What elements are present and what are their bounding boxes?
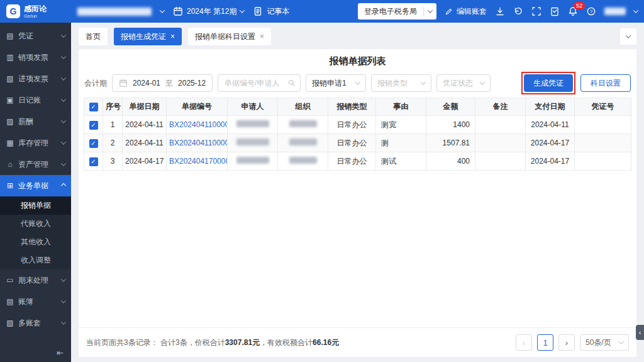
header-pay-date: 支付日期 <box>526 98 575 116</box>
table-header-row: ✓ 序号 单据日期 单据编号 申请人 组织 报销类型 事由 金额 备注 支付日期… <box>84 98 631 116</box>
cell-pay-date: 2024-04-17 <box>526 152 575 171</box>
sidebar-item-voucher[interactable]: ▤ 凭证 <box>0 25 71 47</box>
sidebar-footer: ⇤ <box>0 343 71 362</box>
generate-voucher-button[interactable]: 生成凭证 <box>524 74 573 92</box>
panel-collapse-handle[interactable]: ‹ <box>636 325 644 340</box>
chevron-down-icon <box>626 33 631 38</box>
sidebar-subitem-income-adjust[interactable]: 收入调整 <box>0 251 71 269</box>
notifications-button[interactable]: 52 <box>568 6 578 16</box>
prev-page-button[interactable]: ‹ <box>516 334 532 351</box>
chevron-down-icon <box>61 298 66 303</box>
chevron-down-icon[interactable] <box>424 9 436 13</box>
sidebar-item-business-docs[interactable]: ⊞ 业务单据 <box>0 175 71 196</box>
chevron-down-icon <box>61 161 66 166</box>
chevron-down-icon <box>61 276 66 281</box>
total-amount: 3307.81元 <box>225 338 260 347</box>
cell-amount: 400 <box>426 152 475 171</box>
subject-settings-button[interactable]: 科目设置 <box>580 74 631 92</box>
header-applicant: 申请人 <box>228 98 278 116</box>
sidebar-collapse-icon[interactable]: ⇤ <box>57 348 64 358</box>
sidebar-item-asset[interactable]: ⌂ 资产管理 <box>0 154 71 175</box>
logo-icon: G <box>6 4 20 18</box>
company-name-redacted[interactable] <box>77 8 152 16</box>
cell-doc-date: 2024-04-11 <box>123 116 167 134</box>
fullscreen-scan-icon[interactable] <box>531 6 541 16</box>
cell-reason: 测 <box>376 134 426 152</box>
sidebar-item-sales-invoice[interactable]: ▥ 销项发票 <box>0 47 71 68</box>
cell-amount: 1400 <box>426 116 475 134</box>
sidebar-item-ledger[interactable]: ▤ 账簿 <box>0 291 71 312</box>
red-annotation-box: 生成凭证 <box>524 74 573 92</box>
applicant-redacted <box>236 120 269 127</box>
edit-account-button[interactable]: 编辑账套 <box>445 6 487 17</box>
sales-invoice-icon: ▥ <box>6 53 14 62</box>
row-checkbox[interactable]: ✓ <box>89 121 98 130</box>
header-voucher-no: 凭证号 <box>575 98 631 116</box>
total-tax: 66.16元 <box>313 338 339 347</box>
chevron-down-icon <box>240 8 245 13</box>
period-from-value[interactable]: 2024-01 <box>133 79 160 88</box>
chevron-up-icon <box>61 183 66 188</box>
sidebar-item-cash-journal[interactable]: ▣ 日记账 <box>0 89 71 111</box>
tax-bureau-login-button[interactable]: 登录电子税务局 <box>358 3 436 20</box>
edit-icon <box>445 8 453 16</box>
sidebar-item-inventory[interactable]: ▦ 库存管理 <box>0 132 71 154</box>
company-switcher[interactable] <box>160 9 164 13</box>
download-icon[interactable] <box>495 6 505 16</box>
chevron-down-icon <box>61 96 66 101</box>
sidebar-item-payroll[interactable]: ▨ 薪酬 <box>0 111 71 132</box>
sidebar-item-input-invoice[interactable]: ▧ 进项发票 <box>0 68 71 89</box>
task-clipboard-icon[interactable] <box>550 6 560 16</box>
journal-icon: ▣ <box>6 96 14 105</box>
row-checkbox[interactable]: ✓ <box>89 157 98 166</box>
organization-redacted <box>289 157 317 164</box>
notebook-button[interactable]: 记事本 <box>253 6 289 17</box>
table-row[interactable]: ✓ 3 2024-04-17 BX20240417000002 日常办公 测试 … <box>84 152 631 171</box>
select-all-checkbox[interactable]: ✓ <box>89 103 98 111</box>
chevron-down-icon <box>61 118 66 123</box>
main-area: 首页 报销生成凭证 × 报销单据科目设置 × 报销单据列表 会计期 2024-0… <box>71 23 644 362</box>
voucher-status-select[interactable]: 凭证状态 <box>436 74 491 92</box>
applicant-redacted <box>236 157 269 164</box>
tab-home[interactable]: 首页 <box>79 28 108 45</box>
undo-icon[interactable] <box>513 6 523 16</box>
page-number-button[interactable]: 1 <box>537 334 553 351</box>
doc-no-link[interactable]: BX20240411000007 <box>167 134 228 152</box>
close-icon[interactable]: × <box>260 32 264 41</box>
header-doc-no: 单据编号 <box>167 98 228 116</box>
tab-expense-subject-settings[interactable]: 报销单据科目设置 × <box>188 28 271 45</box>
sidebar-subitem-other-income[interactable]: 其他收入 <box>0 233 71 251</box>
doc-no-link[interactable]: BX20240411000006 <box>167 116 228 134</box>
expense-applicant-select[interactable]: 报销申请1 <box>306 74 366 92</box>
chevron-down-icon <box>160 8 165 13</box>
search-icon[interactable] <box>287 79 296 87</box>
period-selector[interactable]: 2024年 第12期 <box>173 6 244 17</box>
sidebar-subitem-agency-income[interactable]: 代账收入 <box>0 215 71 233</box>
page-size-select[interactable]: 50条/页 <box>580 334 629 351</box>
notebook-label: 记事本 <box>267 6 289 17</box>
cell-expense-type: 日常办公 <box>328 134 376 152</box>
cell-expense-type: 日常办公 <box>328 116 376 134</box>
accounting-period-range-picker[interactable]: 2024-01 至 2025-12 <box>112 74 213 92</box>
user-menu-chevron-icon[interactable] <box>633 8 638 13</box>
table-row[interactable]: ✓ 2 2024-04-11 BX20240411000007 日常办公 测 1… <box>84 134 631 152</box>
username-redacted[interactable] <box>604 8 626 15</box>
tab-list-dropdown-button[interactable] <box>620 28 636 45</box>
help-icon[interactable]: ? <box>586 6 596 16</box>
close-icon[interactable]: × <box>170 32 175 41</box>
cell-expense-type: 日常办公 <box>328 152 376 171</box>
sidebar-item-period-end[interactable]: ▭ 期末处理 <box>0 269 71 291</box>
period-to-value[interactable]: 2025-12 <box>178 79 206 88</box>
doc-no-link[interactable]: BX20240417000002 <box>167 152 228 171</box>
cell-voucher-no <box>575 152 631 171</box>
header-remark: 备注 <box>475 98 526 116</box>
logo-name: 感而论 <box>24 5 47 13</box>
cell-seq: 1 <box>103 116 123 134</box>
sidebar-item-multi-account[interactable]: ▧ 多账套 <box>0 312 71 334</box>
tab-expense-generate-voucher[interactable]: 报销生成凭证 × <box>114 28 182 45</box>
expense-type-select[interactable]: 报销类型 <box>371 74 431 92</box>
sidebar-subitem-expense-docs[interactable]: 报销单据 <box>0 196 71 215</box>
table-row[interactable]: ✓ 1 2024-04-11 BX20240411000006 日常办公 测宽 … <box>84 116 631 134</box>
next-page-button[interactable]: › <box>558 334 575 351</box>
row-checkbox[interactable]: ✓ <box>89 139 98 148</box>
